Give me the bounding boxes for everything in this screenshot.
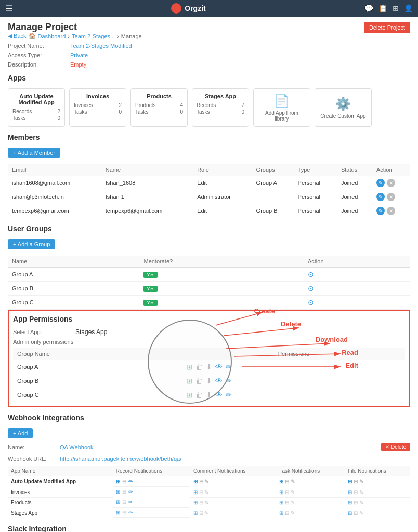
create-icon[interactable]: ⊞ bbox=[186, 363, 192, 371]
select-app-label: Select App: bbox=[13, 329, 75, 335]
tasks-label: Tasks bbox=[12, 115, 26, 121]
delete-project-button[interactable]: Delete Project bbox=[364, 22, 410, 33]
webhook-app-name: Stages App bbox=[8, 508, 113, 518]
create-icon[interactable]: ⊞ bbox=[186, 377, 192, 385]
col-comment-notif: Comment Notifications bbox=[190, 466, 277, 476]
edit-group-icon[interactable]: ⊙ bbox=[308, 298, 314, 307]
hamburger-icon[interactable]: ☰ bbox=[5, 4, 12, 14]
add-notif-icon[interactable]: ⊞ bbox=[116, 499, 120, 505]
app-permissions-title: App Permissions bbox=[13, 315, 405, 325]
tasks-value: 0 bbox=[119, 109, 122, 115]
col-mentorate: Mentorate? bbox=[139, 256, 303, 268]
edit-member-icon[interactable]: ✎ bbox=[376, 193, 385, 201]
select-app-row: Select App: Stages App bbox=[13, 328, 405, 336]
col-file-notif: File Notifications bbox=[345, 466, 410, 476]
notifications-icon[interactable]: 📋 bbox=[378, 4, 387, 12]
remove-member-icon[interactable]: ✕ bbox=[387, 193, 395, 201]
edit-icon[interactable]: ✏ bbox=[226, 391, 232, 399]
remove-notif-icon[interactable]: ⊟ bbox=[122, 510, 126, 515]
edit-icon[interactable]: ✏ bbox=[226, 377, 232, 385]
topnav-actions: 💬 📋 ⊞ 👤 bbox=[364, 4, 413, 12]
app-card-stages[interactable]: Stages App Records 7 Tasks 0 bbox=[192, 88, 249, 127]
delete-webhook-button[interactable]: ✕ Delete bbox=[381, 443, 410, 451]
apps-section-header: Apps bbox=[8, 74, 410, 84]
edit-notif-icon[interactable]: ✏ bbox=[128, 499, 133, 505]
task-notif-icons: ⊞ ⊟ ✎ bbox=[276, 497, 345, 508]
add-app-from-library-button[interactable]: 📄 Add App From library bbox=[253, 88, 310, 127]
col-role: Role bbox=[193, 164, 252, 176]
edit-icon[interactable]: ✏ bbox=[226, 363, 232, 371]
add-member-button[interactable]: + Add a Member bbox=[8, 148, 60, 158]
col-group-name: Group Name bbox=[13, 348, 182, 360]
member-name: tempexp6@gmail.com bbox=[101, 204, 193, 218]
project-fields: Project Name: Team 2-Stages Modified Acc… bbox=[8, 43, 410, 68]
team-stages-link[interactable]: Team 2-Stages... bbox=[72, 33, 115, 39]
permissions-col-title: Permissions bbox=[278, 351, 309, 357]
member-status: Joined bbox=[337, 204, 372, 218]
webhook-name-value: QA Webhook bbox=[60, 444, 94, 450]
add-group-button[interactable]: + Add a Group bbox=[8, 239, 55, 249]
record-notif-icons: ⊞ ⊟ ✏ bbox=[113, 497, 190, 508]
read-icon[interactable]: 👁 bbox=[215, 391, 223, 399]
read-icon[interactable]: 👁 bbox=[215, 363, 223, 371]
member-action: ✎ ✕ bbox=[372, 190, 410, 204]
edit-member-icon[interactable]: ✎ bbox=[376, 207, 385, 215]
back-link[interactable]: ◀ Back bbox=[8, 33, 27, 39]
page-header: Manage Project ◀ Back 🏠 Dashboard › Team… bbox=[8, 22, 410, 39]
add-notif-icon[interactable]: ⊞ bbox=[116, 489, 120, 495]
group-action: ⊙ bbox=[304, 282, 410, 296]
download-icon[interactable]: ⬇ bbox=[206, 391, 212, 399]
chat-icon[interactable]: 💬 bbox=[364, 4, 373, 12]
app-card-products[interactable]: Products Products 4 Tasks 0 bbox=[130, 88, 188, 127]
remove-member-icon[interactable]: ✕ bbox=[387, 179, 395, 187]
user-avatar[interactable]: 👤 bbox=[404, 4, 413, 12]
delete-icon[interactable]: 🗑 bbox=[195, 391, 203, 399]
dashboard-link[interactable]: Dashboard bbox=[38, 33, 66, 39]
records-label: Records bbox=[197, 102, 216, 108]
remove-member-icon[interactable]: ✕ bbox=[387, 207, 395, 215]
add-webhook-button[interactable]: + Add bbox=[8, 428, 33, 438]
member-row: tempexp6@gmail.com tempexp6@gmail.com Ed… bbox=[8, 204, 410, 218]
invoices-value: 2 bbox=[119, 102, 122, 108]
file-notif-icons: ⊞ ⊟ ✎ bbox=[345, 487, 410, 497]
delete-icon[interactable]: 🗑 bbox=[195, 377, 203, 385]
webhook-app-row: Stages App ⊞ ⊟ ✏ ⊞ ⊟ ✎ ⊞ ⊟ ✎ ⊞ ⊟ ✎ bbox=[8, 508, 410, 518]
col-name: Name bbox=[101, 164, 193, 176]
edit-group-icon[interactable]: ⊙ bbox=[308, 270, 314, 278]
webhook-url-row: Webhook URL: http://ishanatmur.pagekite.… bbox=[8, 456, 410, 462]
read-icon[interactable]: 👁 bbox=[215, 377, 223, 385]
tasks-value: 0 bbox=[180, 109, 183, 115]
download-icon[interactable]: ⬇ bbox=[206, 363, 212, 371]
file-notif-icons: ⊞ ⊟ ✎ bbox=[345, 508, 410, 518]
edit-member-icon[interactable]: ✎ bbox=[376, 179, 385, 187]
records-value: 2 bbox=[57, 109, 60, 114]
create-custom-app-button[interactable]: ⚙️ Create Custom App bbox=[315, 88, 372, 127]
grid-icon[interactable]: ⊞ bbox=[393, 4, 399, 12]
remove-notif-icon[interactable]: ⊟ bbox=[122, 499, 126, 505]
remove-notif-icon[interactable]: ⊟ bbox=[122, 489, 126, 495]
col-email: Email bbox=[8, 164, 101, 176]
edit-notif-icon[interactable]: ✏ bbox=[128, 478, 133, 484]
remove-notif-icon[interactable]: ⊟ bbox=[122, 478, 126, 484]
record-notif-icons: ⊞ ⊟ ✏ bbox=[113, 508, 190, 518]
app-card-title: Invoices bbox=[74, 93, 122, 99]
add-notif-icon[interactable]: ⊞ bbox=[116, 510, 120, 515]
edit-group-icon[interactable]: ⊙ bbox=[308, 284, 314, 292]
create-icon[interactable]: ⊞ bbox=[186, 391, 192, 399]
edit-notif-icon[interactable]: ✏ bbox=[128, 489, 133, 495]
selected-app-value: Stages App bbox=[75, 328, 107, 336]
col-task-notif: Task Notifications bbox=[276, 466, 345, 476]
description-label: Description: bbox=[8, 61, 70, 68]
add-library-icon: 📄 bbox=[274, 94, 290, 108]
edit-notif-icon[interactable]: ✏ bbox=[128, 510, 133, 515]
app-card-autoupdate[interactable]: Auto Update Modified App Records 2 Tasks… bbox=[8, 88, 65, 127]
app-card-invoices[interactable]: Invoices Invoices 2 Tasks 0 bbox=[69, 88, 126, 127]
delete-icon[interactable]: 🗑 bbox=[195, 363, 203, 371]
task-notif-icons: ⊞ ⊟ ✎ bbox=[276, 476, 345, 487]
add-notif-icon[interactable]: ⊞ bbox=[116, 478, 120, 484]
member-action: ✎ ✕ bbox=[372, 204, 410, 218]
file-notif-icons: ⊞ ⊟ ✎ bbox=[345, 497, 410, 508]
member-groups: Group B bbox=[252, 204, 294, 218]
download-icon[interactable]: ⬇ bbox=[206, 377, 212, 385]
app-card-title: Stages App bbox=[197, 93, 244, 99]
